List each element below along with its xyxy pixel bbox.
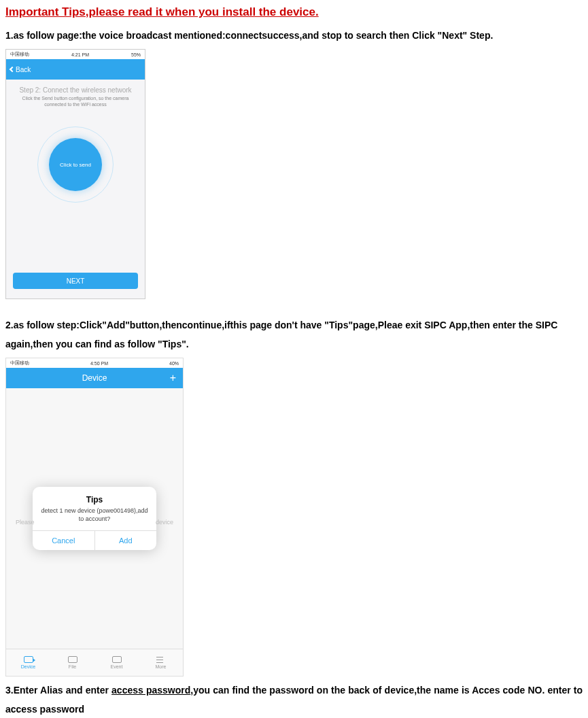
step-3-text: 3.Enter Alias and enter access password,… [5,681,583,718]
carrier-label: 中国移动 [10,51,29,58]
tab-bar: Device File Event More [6,649,183,676]
add-device-button[interactable]: + [170,372,176,384]
tab-file[interactable]: File [50,649,94,676]
send-ring: Click to send [37,126,114,203]
add-button[interactable]: Add [94,531,157,550]
step-title-text: Step 2: Connect the wireless network [17,86,134,94]
step-subtitle-text: Click the Send button configuration, so … [17,95,134,107]
more-icon [156,656,166,663]
dialog-title: Tips [39,495,150,505]
nav-bar: Back [6,59,145,80]
tab-device-label: Device [21,664,35,669]
behind-text-right: device [156,519,173,526]
time-label-2: 4:50 PM [90,361,108,366]
nav-bar-2: Device + [6,368,183,388]
step-2-text: 2.as follow step:Click"Add"button,thenco… [5,315,583,354]
tab-event-label: Event [111,664,123,669]
status-bar-2: 中国移动 4:50 PM 40% [6,358,183,368]
step-header: Step 2: Connect the wireless network Cli… [6,80,145,110]
tips-dialog: Tips detect 1 new device (powe001498),ad… [33,487,156,549]
tab-more-label: More [156,664,167,669]
nav-title: Device [82,373,107,383]
back-label: Back [16,66,31,73]
tab-file-label: File [69,664,76,669]
picture-icon [68,656,77,663]
step-3-underline: access password [111,685,190,696]
screenshot-2: 中国移动 4:50 PM 40% Device + Please device … [5,358,184,677]
dialog-message: detect 1 new device (powe001498),add to … [39,507,150,523]
step-1-text: 1.as follow page:the voice broadcast men… [5,26,583,45]
cancel-button[interactable]: Cancel [33,531,94,550]
next-button[interactable]: NEXT [13,273,138,289]
behind-text-left: Please [16,519,35,526]
tab-more[interactable]: More [139,649,183,676]
step-3-pre: 3.Enter Alias and enter [5,685,111,696]
carrier-label-2: 中国移动 [10,360,29,366]
chevron-left-icon [10,67,15,72]
status-bar: 中国移动 4:21 PM 55% [6,50,145,59]
time-label: 4:21 PM [71,52,89,57]
content-overlay: Please device Tips detect 1 new device (… [6,388,183,649]
tab-event[interactable]: Event [94,649,139,676]
screenshot-1: 中国移动 4:21 PM 55% Back Step 2: Connect th… [5,49,145,299]
tab-device[interactable]: Device [6,649,50,676]
send-area: Click to send [6,110,145,230]
click-to-send-button[interactable]: Click to send [49,138,102,191]
camera-icon [24,656,33,663]
back-button[interactable]: Back [10,66,31,73]
page-title: Important Tips,please read it when you i… [5,5,583,19]
message-icon [112,656,122,663]
battery-label-2: 40% [169,361,179,366]
battery-label: 55% [131,52,141,57]
